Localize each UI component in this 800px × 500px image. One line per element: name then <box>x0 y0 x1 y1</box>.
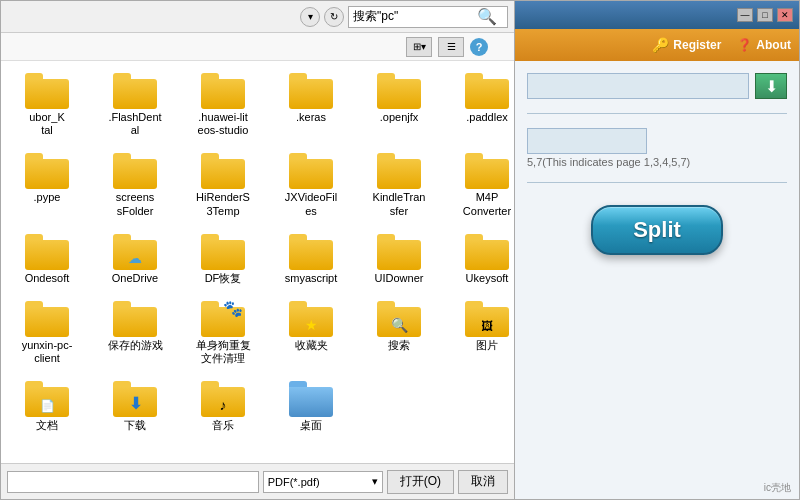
divider-2 <box>527 182 787 183</box>
view-detail-btn[interactable]: ☰ <box>438 37 464 57</box>
register-menu-item[interactable]: 🔑 Register <box>652 37 721 53</box>
file-type-dropdown[interactable]: PDF(*.pdf) ▾ <box>263 471 383 493</box>
list-item[interactable]: 🐾 单身狗重复文件清理 <box>185 297 261 369</box>
split-button-wrap: Split <box>527 205 787 255</box>
minimize-button[interactable]: — <box>737 8 753 22</box>
list-item[interactable]: 桌面 <box>273 377 349 436</box>
about-menu-item[interactable]: ❓ About <box>737 38 791 52</box>
pdf-splitter-app: — □ ✕ 🔑 Register ❓ About ⬇ <box>515 0 800 500</box>
dropdown-btn[interactable]: ▾ <box>300 7 320 27</box>
open-button[interactable]: 打开(O) <box>387 470 454 494</box>
page-range-row <box>527 128 787 154</box>
pdf-file-input[interactable] <box>527 73 749 99</box>
download-icon: ⬇ <box>765 77 778 96</box>
page-range-input[interactable] <box>527 128 647 154</box>
list-item[interactable]: 保存的游戏 <box>97 297 173 369</box>
watermark: ic壳地 <box>515 477 799 499</box>
list-item[interactable]: ★ 收藏夹 <box>273 297 349 369</box>
explorer-footer: PDF(*.pdf) ▾ 打开(O) 取消 <box>1 463 514 499</box>
pdf-titlebar: — □ ✕ <box>515 1 799 29</box>
dropdown-arrow-icon: ▾ <box>372 475 378 488</box>
browse-button[interactable]: ⬇ <box>755 73 787 99</box>
page-range-section: 5,7(This indicates page 1,3,4,5,7) <box>527 128 787 168</box>
list-item[interactable]: .keras <box>273 69 349 141</box>
file-grid-container: ubor_Ktal .FlashDental .huawei-liteos-st… <box>1 61 514 463</box>
sub-toolbar: ⊞▾ ☰ ? <box>1 33 514 61</box>
list-item[interactable]: 🖼 图片 <box>449 297 514 369</box>
list-item[interactable]: .openjfx <box>361 69 437 141</box>
list-item[interactable]: M4PConverter <box>449 149 514 221</box>
list-item[interactable]: .pype <box>9 149 85 221</box>
list-item[interactable]: KindleTransfer <box>361 149 437 221</box>
file-explorer: ▾ ↻ 🔍 ⊞▾ ☰ ? ubor_Ktal .FlashDental <box>0 0 515 500</box>
list-item[interactable]: .huawei-liteos-studio <box>185 69 261 141</box>
help-btn[interactable]: ? <box>470 38 488 56</box>
list-item[interactable]: ♪ 音乐 <box>185 377 261 436</box>
file-section: ⬇ <box>527 73 787 99</box>
list-item[interactable]: ubor_Ktal <box>9 69 85 141</box>
maximize-button[interactable]: □ <box>757 8 773 22</box>
list-item[interactable]: .FlashDental <box>97 69 173 141</box>
list-item[interactable]: 📄 文档 <box>9 377 85 436</box>
list-item[interactable]: yunxin-pc-client <box>9 297 85 369</box>
list-item[interactable]: screenssFolder <box>97 149 173 221</box>
path-input[interactable] <box>7 471 259 493</box>
page-hint-text: 5,7(This indicates page 1,3,4,5,7) <box>527 156 787 168</box>
view-grid-btn[interactable]: ⊞▾ <box>406 37 432 57</box>
list-item[interactable]: ☁ OneDrive <box>97 230 173 289</box>
search-box: 🔍 <box>348 6 508 28</box>
list-item[interactable]: ⬇ 下载 <box>97 377 173 436</box>
key-icon: 🔑 <box>652 37 669 53</box>
divider <box>527 113 787 114</box>
list-item[interactable]: Ukeysoft <box>449 230 514 289</box>
list-item[interactable]: HiRenderS3Temp <box>185 149 261 221</box>
list-item[interactable]: Ondesoft <box>9 230 85 289</box>
pdf-content: ⬇ 5,7(This indicates page 1,3,4,5,7) Spl… <box>515 61 799 477</box>
close-button[interactable]: ✕ <box>777 8 793 22</box>
list-item[interactable]: UIDowner <box>361 230 437 289</box>
list-item[interactable]: JXVideoFiles <box>273 149 349 221</box>
file-input-row: ⬇ <box>527 73 787 99</box>
refresh-btn[interactable]: ↻ <box>324 7 344 27</box>
list-item[interactable]: DF恢复 <box>185 230 261 289</box>
list-item[interactable]: 🔍 搜索 <box>361 297 437 369</box>
search-input[interactable] <box>353 10 473 24</box>
list-item[interactable]: smyascript <box>273 230 349 289</box>
cancel-button[interactable]: 取消 <box>458 470 508 494</box>
question-icon: ❓ <box>737 38 752 52</box>
list-item[interactable]: .paddlex <box>449 69 514 141</box>
file-grid: ubor_Ktal .FlashDental .huawei-liteos-st… <box>9 69 506 437</box>
explorer-toolbar: ▾ ↻ 🔍 <box>1 1 514 33</box>
search-icon: 🔍 <box>477 7 497 26</box>
split-button[interactable]: Split <box>591 205 723 255</box>
pdf-menubar: 🔑 Register ❓ About <box>515 29 799 61</box>
